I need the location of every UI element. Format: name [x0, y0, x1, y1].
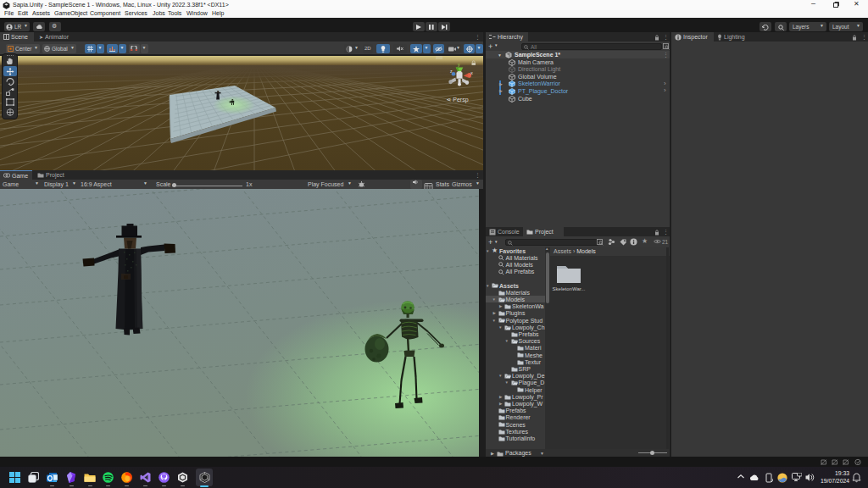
- svg-text:⋖ Persp: ⋖ Persp: [447, 97, 469, 103]
